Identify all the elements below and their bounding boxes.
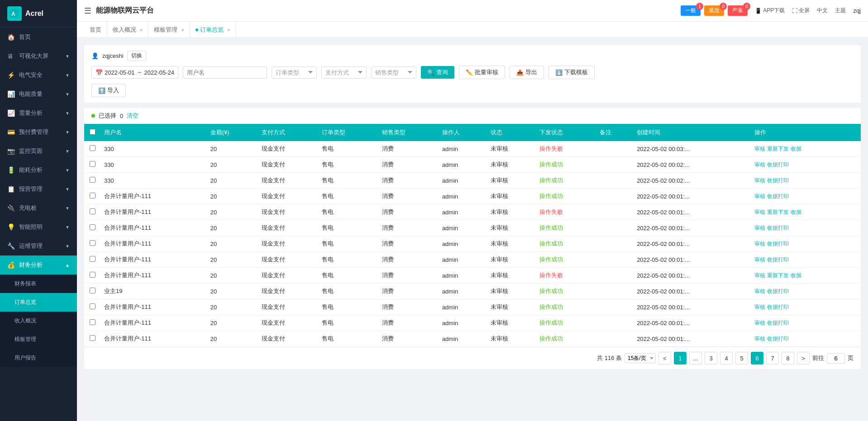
action-link[interactable]: 收据 [791, 209, 801, 215]
sales-type-select[interactable]: 销售类型 [371, 66, 416, 79]
page-btn-1[interactable]: 1 [674, 352, 687, 364]
tab-close-order[interactable]: × [227, 27, 230, 33]
action-link[interactable]: 审核 [754, 225, 765, 231]
payment-type-select[interactable]: 支付方式 [321, 66, 367, 79]
action-link[interactable]: 审核 [754, 320, 765, 326]
action-link[interactable]: 审核 [754, 336, 765, 342]
sidebar-item-income-overview[interactable]: 收入概况 [0, 312, 77, 330]
row-checkbox[interactable] [90, 319, 95, 325]
sidebar-item-ops-management[interactable]: 🔧 运维管理 ▼ [0, 237, 77, 255]
goto-page-input[interactable] [827, 353, 845, 364]
export-button[interactable]: 📤 导出 [510, 66, 544, 79]
action-link[interactable]: 收据打印 [767, 241, 789, 247]
tab-home[interactable]: 首页 [84, 22, 107, 38]
sidebar-item-visualization[interactable]: 🖥 可视化大屏 ▼ [0, 47, 77, 66]
sidebar-item-charging-pile[interactable]: 🔌 充电桩 ▼ [0, 199, 77, 218]
row-checkbox[interactable] [90, 161, 95, 167]
action-link[interactable]: 收据打印 [767, 256, 789, 263]
sidebar-item-demand-analysis[interactable]: 📈 需量分析 ▼ [0, 104, 77, 123]
row-checkbox[interactable] [90, 177, 95, 183]
action-link[interactable]: 重新下发 [767, 209, 789, 215]
sidebar-item-smart-lighting[interactable]: 💡 智能照明 ▼ [0, 218, 77, 237]
badge-normal-btn[interactable]: 一般 1 [681, 5, 701, 16]
sidebar-item-prepaid[interactable]: 💳 预付费管理 ▼ [0, 123, 77, 142]
sidebar-item-template-management[interactable]: 模板管理 [0, 330, 77, 349]
action-link[interactable]: 收据打印 [767, 336, 789, 342]
row-checkbox[interactable] [90, 288, 95, 293]
sidebar-item-energy-analysis[interactable]: 🔋 能耗分析 ▼ [0, 161, 77, 180]
badge-critical-btn[interactable]: 严重 0 [728, 5, 748, 16]
action-link[interactable]: 审核 [754, 241, 765, 247]
query-button[interactable]: 🔍 查询 [421, 66, 454, 79]
menu-icon[interactable]: ☰ [84, 6, 91, 16]
row-checkbox[interactable] [90, 335, 95, 341]
action-link[interactable]: 收据 [791, 146, 801, 152]
tab-close-income[interactable]: × [140, 27, 143, 33]
select-all-checkbox[interactable] [90, 129, 95, 135]
page-btn-8[interactable]: 8 [782, 352, 794, 364]
tab-order-overview[interactable]: 订单总览 × [190, 22, 236, 38]
sidebar-item-electrical-safety[interactable]: ⚡ 电气安全 ▼ [0, 66, 77, 85]
row-checkbox[interactable] [90, 272, 95, 278]
sidebar-item-home[interactable]: 🏠 首页 [0, 28, 77, 47]
row-checkbox[interactable] [90, 303, 95, 309]
clear-selection-button[interactable]: 清空 [127, 112, 138, 120]
action-link[interactable]: 审核 [754, 272, 765, 279]
tab-template-management[interactable]: 模板管理 × [148, 22, 190, 38]
action-link[interactable]: 收据打印 [767, 161, 789, 168]
switch-button[interactable]: 切换 [127, 51, 146, 61]
page-btn-6[interactable]: 6 [751, 352, 763, 364]
import-button[interactable]: ⬆️ 导入 [91, 84, 126, 97]
sidebar-item-report-management[interactable]: 📋 报营管理 ▼ [0, 180, 77, 199]
per-page-select[interactable]: 15条/页 10条/页 20条/页 50条/页 [625, 353, 656, 363]
sidebar-item-order-overview[interactable]: 订单总览 [0, 293, 77, 312]
tab-income-overview[interactable]: 收入概况 × [107, 22, 148, 38]
action-link[interactable]: 收据打印 [767, 177, 789, 184]
sidebar-item-monitor[interactable]: 📷 监控页面 ▼ [0, 142, 77, 161]
action-link[interactable]: 重新下发 [767, 146, 789, 152]
sidebar-item-finance-report[interactable]: 财务报表 [0, 274, 77, 293]
select-all-header[interactable] [84, 124, 100, 141]
action-link[interactable]: 收据打印 [767, 193, 789, 199]
row-checkbox[interactable] [90, 224, 95, 230]
batch-review-button[interactable]: ✏️ 批量审核 [459, 66, 505, 79]
row-checkbox[interactable] [90, 256, 95, 262]
order-type-select[interactable]: 订单类型 [272, 66, 317, 79]
badge-urgent-btn[interactable]: 紧急 0 [704, 5, 724, 16]
prev-page-btn[interactable]: < [658, 352, 671, 364]
row-checkbox[interactable] [90, 145, 95, 151]
date-range-picker[interactable]: 📅 2022-05-01 ～ 2022-05-24 [91, 66, 178, 79]
action-link[interactable]: 审核 [754, 193, 765, 199]
page-btn-7[interactable]: 7 [766, 352, 779, 364]
username-input[interactable] [183, 66, 267, 79]
action-link[interactable]: 审核 [754, 288, 765, 294]
action-link[interactable]: 审核 [754, 209, 765, 215]
action-link[interactable]: 收据 [791, 272, 801, 279]
action-link[interactable]: 审核 [754, 256, 765, 263]
row-checkbox[interactable] [90, 208, 95, 214]
app-download-link[interactable]: 📱 APP下载 [755, 7, 785, 14]
sidebar-item-finance-analysis[interactable]: 💰 财务分析 ▲ [0, 255, 77, 274]
tab-close-template[interactable]: × [181, 27, 184, 33]
action-link[interactable]: 收据打印 [767, 320, 789, 326]
action-link[interactable]: 重新下发 [767, 272, 789, 279]
language-link[interactable]: 中文 [817, 7, 828, 14]
page-btn-3[interactable]: 3 [705, 352, 717, 364]
action-link[interactable]: 收据打印 [767, 304, 789, 310]
sidebar-item-user-report[interactable]: 用户报告 [0, 349, 77, 367]
action-link[interactable]: 收据打印 [767, 288, 789, 294]
fullscreen-link[interactable]: ⛶ 全屏 [792, 7, 810, 14]
next-page-btn[interactable]: > [797, 352, 810, 364]
download-template-button[interactable]: ⬇️ 下载模板 [548, 66, 595, 79]
theme-link[interactable]: 主题 [835, 7, 846, 14]
action-link[interactable]: 审核 [754, 161, 765, 168]
action-link[interactable]: 审核 [754, 177, 765, 184]
row-checkbox[interactable] [90, 240, 95, 246]
action-link[interactable]: 审核 [754, 304, 765, 310]
action-link[interactable]: 收据打印 [767, 225, 789, 231]
page-btn-5[interactable]: 5 [735, 352, 748, 364]
row-checkbox[interactable] [90, 193, 95, 199]
action-link[interactable]: 审核 [754, 146, 765, 152]
sidebar-item-power-quality[interactable]: 📊 电能质量 ▼ [0, 85, 77, 104]
page-btn-4[interactable]: 4 [720, 352, 733, 364]
